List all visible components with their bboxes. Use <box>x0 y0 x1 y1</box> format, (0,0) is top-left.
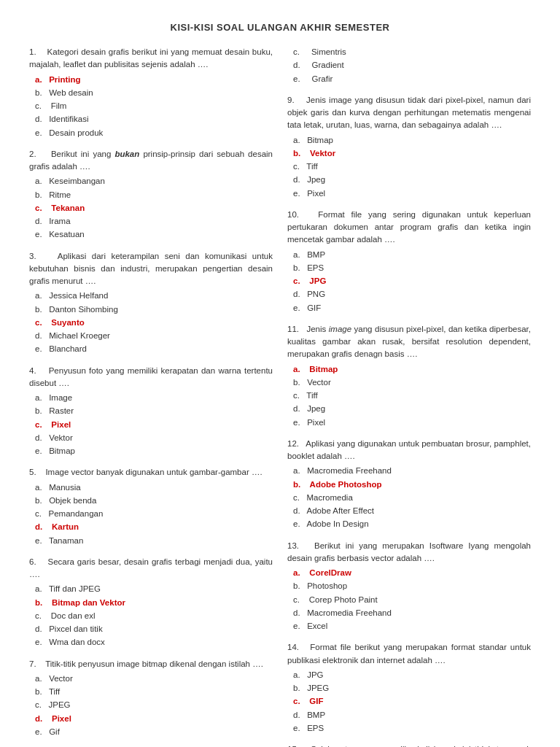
q7-answer-d: d. Pixel <box>35 713 273 725</box>
question-14: 14. Format file berikut yang merupakan f… <box>287 641 531 735</box>
q7-number: 7. <box>29 659 36 668</box>
q9-answer-d: d. Jpeg <box>293 174 531 186</box>
q1-answer-b: b. Web desain <box>35 87 273 99</box>
q7-answer-c: c. JPEG <box>35 699 273 711</box>
q6-answer-c: c. Doc dan exl <box>35 610 273 622</box>
q4-text: Penyusun foto yang memiliki kerapatan da… <box>29 366 273 387</box>
q11-answer-e: e. Pixel <box>293 417 531 429</box>
q3-answer-d: d. Michael Kroeger <box>35 330 273 342</box>
q14-number: 14. <box>287 643 299 651</box>
q4-answer-a: a. Image <box>35 392 273 404</box>
q1-answer-c: c. Film <box>35 100 273 112</box>
q14-answers: a. JPG b. JPEG c. GIF d. BMP e. EPS <box>287 669 531 735</box>
q13-text: Berikut ini yang merupakan Isoftware Iya… <box>287 541 531 562</box>
q4-answer-b: b. Raster <box>35 405 273 417</box>
q12-answer-e: e. Adobe In Design <box>293 518 531 530</box>
q11-number: 11. <box>287 325 299 333</box>
q4-number: 4. <box>29 366 36 375</box>
q10-answer-d: d. PNG <box>293 288 531 301</box>
q8-answer-c-cont: c. Simentris <box>293 46 531 58</box>
q4-answer-c: c. Pixel <box>35 419 273 431</box>
q13-answer-b: b. Photoshop <box>293 580 531 592</box>
q12-number: 12. <box>287 439 299 448</box>
question-4: 4. Penyusun foto yang memiliki kerapatan… <box>29 365 273 458</box>
q14-answer-c: c. GIF <box>293 695 531 708</box>
q12-answer-a: a. Macromedia Freehand <box>293 465 531 477</box>
right-column: c. Simentris d. Gradient e. Grafir 9. Je… <box>287 46 531 747</box>
q1-answer-a: a. Printing <box>35 74 273 86</box>
q4-answer-e: e. Bitmap <box>35 445 273 457</box>
q11-answer-a: a. Bitmap <box>293 363 531 376</box>
question-7: 7. Titik-titik penyusun image bitmap dik… <box>29 658 273 739</box>
q6-answer-e: e. Wma dan docx <box>35 636 273 649</box>
question-1: 1. Kategori desain grafis berikut ini ya… <box>29 46 273 139</box>
q12-text: Aplikasi yang digunakan untuk pembuatan … <box>287 439 531 460</box>
q14-answer-d: d. BMP <box>293 709 531 721</box>
q3-answer-b: b. Danton Sihombing <box>35 303 273 316</box>
q2-answer-a: a. Keseimbangan <box>35 175 273 187</box>
q11-answer-b: b. Vector <box>293 376 531 389</box>
q5-answers: a. Manusia b. Objek benda c. Pemandangan… <box>29 481 273 547</box>
q10-answers: a. BMP b. EPS c. JPG d. PNG e. GIF <box>287 249 531 314</box>
q9-answers: a. Bitmap b. Vektor c. Tiff d. Jpeg e. P… <box>287 134 531 200</box>
q7-answers: a. Vector b. Tiff c. JPEG d. Pixel e. Gi… <box>29 673 273 738</box>
q11-answers: a. Bitmap b. Vector c. Tiff d. Jpeg e. P… <box>287 363 531 429</box>
q5-answer-d: d. Kartun <box>35 521 273 533</box>
q2-answers: a. Keseimbangan b. Ritme c. Tekanan d. I… <box>29 175 273 241</box>
q10-number: 10. <box>287 210 299 219</box>
q3-answer-c: c. Suyanto <box>35 317 273 329</box>
question-9: 9. Jenis image yang disusun tidak dari p… <box>287 94 531 200</box>
q3-answers: a. Jessica Helfand b. Danton Sihombing c… <box>29 290 273 355</box>
q13-answer-e: e. Excel <box>293 620 531 632</box>
left-column: 1. Kategori desain grafis berikut ini ya… <box>29 46 273 747</box>
q2-answer-c: c. Tekanan <box>35 202 273 214</box>
q7-answer-e: e. Gif <box>35 726 273 738</box>
q8-answer-d-cont: d. Gradient <box>293 59 531 71</box>
q7-answer-b: b. Tiff <box>35 686 273 698</box>
q11-text: Jenis image yang disusun pixel-pixel, da… <box>287 325 531 359</box>
q10-answer-a: a. BMP <box>293 249 531 261</box>
q13-answer-a: a. CorelDraw <box>293 567 531 579</box>
q8-answer-e-cont: e. Grafir <box>293 73 531 85</box>
q10-answer-b: b. EPS <box>293 262 531 274</box>
q3-number: 3. <box>29 252 36 260</box>
q1-text: Kategori desain grafis berikut ini yang … <box>29 47 273 69</box>
q9-answer-a: a. Bitmap <box>293 134 531 147</box>
question-2: 2. Berikut ini yang bukan prinsip-prinsi… <box>29 148 273 241</box>
q4-answer-d: d. Vektor <box>35 432 273 444</box>
q2-answer-b: b. Ritme <box>35 189 273 201</box>
q13-answers: a. CorelDraw b. Photoshop c. Corep Photo… <box>287 567 531 632</box>
q2-text: Berikut ini yang bukan prinsip-prinsip d… <box>29 150 273 171</box>
q14-answer-a: a. JPG <box>293 669 531 681</box>
q6-answer-b: b. Bitmap dan Vektor <box>35 597 273 609</box>
q13-number: 13. <box>287 541 299 550</box>
q1-answers: a. Printing b. Web desain c. Film d. Ide… <box>29 74 273 139</box>
q14-answer-b: b. JPEG <box>293 682 531 694</box>
q5-text: Image vector banyak digunakan untuk gamb… <box>45 468 262 476</box>
question-12: 12. Aplikasi yang digunakan untuk pembua… <box>287 438 531 531</box>
question-6: 6. Secara garis besar, desain grafis ter… <box>29 556 273 649</box>
q10-answer-c: c. JPG <box>293 275 531 287</box>
question-10: 10. Format file yang sering digunakan un… <box>287 209 531 314</box>
q13-answer-d: d. Macromedia Freehand <box>293 607 531 619</box>
q5-number: 5. <box>29 468 36 476</box>
q9-number: 9. <box>287 96 295 104</box>
q5-answer-e: e. Tanaman <box>35 535 273 547</box>
q8-continued-answers: c. Simentris d. Gradient e. Grafir <box>287 46 531 85</box>
q3-text: Aplikasi dari keterampilan seni dan komu… <box>29 252 273 286</box>
q2-number: 2. <box>29 150 36 158</box>
q1-number: 1. <box>29 47 36 56</box>
question-3: 3. Aplikasi dari keterampilan seni dan k… <box>29 250 273 356</box>
q11-answer-d: d. Jpeg <box>293 403 531 415</box>
question-11: 11. Jenis image yang disusun pixel-pixel… <box>287 323 531 429</box>
q6-answers: a. Tiff dan JPEG b. Bitmap dan Vektor c.… <box>29 583 273 649</box>
q7-answer-a: a. Vector <box>35 673 273 685</box>
q2-answer-e: e. Kesatuan <box>35 228 273 241</box>
q9-text: Jenis image yang disusun tidak dari pixe… <box>287 96 531 130</box>
question-13: 13. Berikut ini yang merupakan Isoftware… <box>287 540 531 633</box>
q12-answer-c: c. Macromedia <box>293 492 531 504</box>
q6-answer-a: a. Tiff dan JPEG <box>35 583 273 595</box>
q5-answer-c: c. Pemandangan <box>35 508 273 520</box>
q1-answer-e: e. Desain produk <box>35 127 273 139</box>
question-15: 15. Salah satu program aplikasi di bawah… <box>287 743 531 747</box>
